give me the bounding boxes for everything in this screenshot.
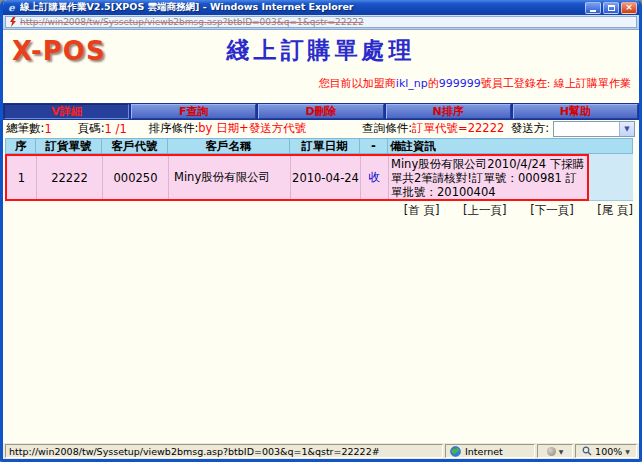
toolbar: V詳細 F查詢 D刪除 N排序 H幫助 (3, 103, 639, 120)
header-customer-name: 客戶名稱 (168, 139, 290, 153)
total-count-label: 總筆數: (6, 121, 44, 136)
sender-select[interactable]: ▼ (553, 121, 635, 137)
minimize-icon (590, 10, 596, 12)
table-row[interactable]: 1 22222 000250 Miny股份有限公司 2010-04-24 收 M… (5, 154, 589, 201)
cell-remark: Miny股份有限公司2010/4/24 下採購單共2筆請核對!訂單號：00098… (389, 156, 587, 199)
browser-window: e 線上訂購單作業V2.5[XPOS 雲端商務網] - Windows Inte… (0, 0, 642, 462)
page-title: 綫上訂購單處理 (3, 35, 639, 66)
statusbar-zone-label: Internet (465, 446, 503, 457)
title-bar: e 線上訂購單作業V2.5[XPOS 雲端商務網] - Windows Inte… (3, 0, 639, 15)
cell-order-date: 2010-04-24 (291, 156, 361, 199)
page-content: X-POS 綫上訂購單處理 您目前以加盟商ikl_np的999999號員工登錄在… (3, 30, 639, 442)
statusbar-url: http://win2008/tw/Syssetup/viewb2bmsg.as… (5, 444, 443, 458)
page-number-label: 頁碼: (78, 121, 105, 136)
address-bar: http://win2008/tw/Syssetup/viewb2bmsg.as… (3, 15, 639, 30)
header-order-date: 訂單日期 (290, 139, 360, 153)
sender-label: 發送方: (511, 121, 549, 136)
login-prefix: 您目前以加盟商 (319, 77, 396, 90)
first-page-link[interactable]: [首 頁] (404, 203, 440, 217)
maximize-button[interactable] (603, 2, 619, 14)
magnifier-icon (582, 446, 592, 456)
zoom-level-value: 100% (595, 446, 622, 457)
help-button[interactable]: H幫助 (513, 104, 638, 119)
last-page-link[interactable]: [尾 頁] (597, 203, 633, 217)
cell-customer-code: 000250 (103, 156, 169, 199)
header-remark: 備註資訊 (388, 139, 632, 153)
sort-button[interactable]: N排序 (386, 104, 511, 119)
cell-customer-name: Miny股份有限公司 (169, 156, 291, 199)
header-seq: 序 (6, 139, 36, 153)
sort-condition-label: 排序條件: (148, 121, 198, 136)
statusbar-zone: Internet (445, 444, 535, 458)
login-employee: 999999 (439, 77, 481, 90)
query-button[interactable]: F查詢 (131, 104, 256, 119)
maximize-icon (608, 5, 615, 11)
close-button[interactable]: × (621, 2, 637, 14)
globe-icon (450, 446, 461, 457)
login-suffix: 號員工登錄在: 線上訂購單作業 (481, 77, 631, 90)
query-condition-label: 查詢條件: (362, 121, 412, 136)
flash-icon (9, 17, 17, 27)
header-order-no: 訂貨單號 (36, 139, 102, 153)
login-mid: 的 (428, 77, 439, 90)
pagination: [首 頁] [上一頁] [下一頁] [尾 頁] (5, 203, 633, 218)
window-controls: × (585, 2, 637, 14)
minimize-button[interactable] (585, 2, 601, 14)
table-header-row: 序 訂貨單號 客戶代號 客戶名稱 訂單日期 - 備註資訊 (5, 138, 633, 154)
sort-condition-value: by 日期+發送方代號 (198, 121, 306, 136)
delete-button[interactable]: D刪除 (258, 104, 383, 119)
chevron-down-icon: ▼ (625, 448, 630, 455)
window-title: 線上訂購單作業V2.5[XPOS 雲端商務網] - Windows Intern… (20, 1, 585, 14)
header-dash: - (360, 139, 388, 153)
status-bar: http://win2008/tw/Syssetup/viewb2bmsg.as… (3, 442, 639, 459)
chevron-down-icon: ▼ (559, 448, 564, 455)
header-customer-code: 客戶代號 (102, 139, 168, 153)
login-info: 您目前以加盟商ikl_np的999999號員工登錄在: 線上訂購單作業 (3, 76, 639, 90)
next-page-link[interactable]: [下一頁] (530, 203, 573, 217)
cell-order-no: 22222 (37, 156, 103, 199)
status-line: 總筆數: 1 頁碼: 1 /1 排序條件: by 日期+發送方代號 查詢條件: … (3, 120, 639, 137)
empty-area (3, 218, 639, 442)
orders-table: 序 訂貨單號 客戶代號 客戶名稱 訂單日期 - 備註資訊 1 22222 000… (5, 138, 633, 201)
phishing-filter-icon (547, 447, 556, 456)
ie-icon: e (6, 2, 17, 13)
query-condition-value: 訂單代號=22222 (412, 121, 504, 136)
address-input[interactable]: http://win2008/tw/Syssetup/viewb2bmsg.as… (5, 16, 637, 28)
prev-page-link[interactable]: [上一頁] (463, 203, 506, 217)
cell-status: 收 (361, 156, 389, 199)
table-row-band: 1 22222 000250 Miny股份有限公司 2010-04-24 收 M… (5, 154, 633, 201)
detail-button[interactable]: V詳細 (4, 104, 129, 119)
statusbar-security[interactable]: ▼ (537, 444, 573, 458)
login-merchant: ikl_np (396, 77, 428, 90)
total-count-value: 1 (44, 122, 51, 136)
row-filler (589, 154, 633, 201)
page-number-value: 1 /1 (105, 122, 127, 136)
page-header: X-POS 綫上訂購單處理 (3, 30, 639, 72)
close-icon: × (625, 3, 633, 12)
chevron-down-icon: ▼ (619, 122, 634, 136)
cell-seq: 1 (7, 156, 37, 199)
address-url-text: http://win2008/tw/Syssetup/viewb2bmsg.as… (20, 17, 364, 27)
statusbar-zoom[interactable]: 100% ▼ (575, 444, 637, 458)
